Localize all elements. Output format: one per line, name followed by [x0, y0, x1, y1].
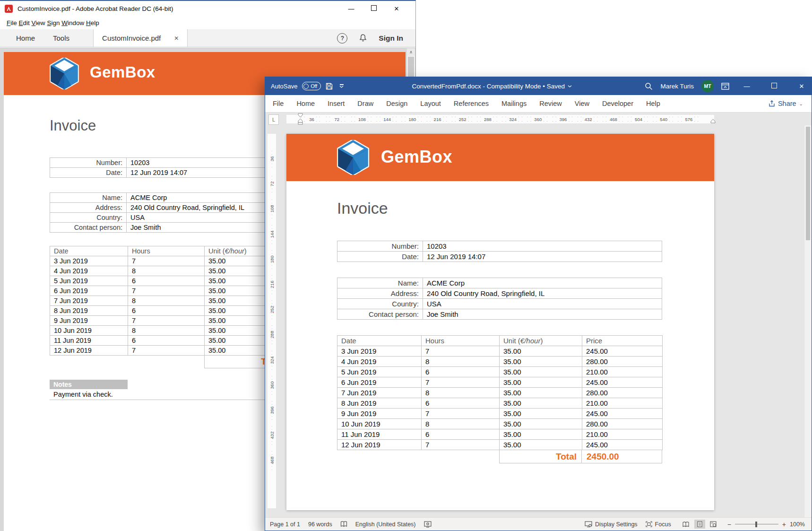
item-row: 10 Jun 2019 8 35.00 280.00 — [337, 419, 663, 429]
word-invoice-meta-table: Number:10203Date:12 Jun 2019 14:07 — [337, 241, 662, 262]
item-date: 7 Jun 2019 — [50, 296, 128, 306]
acrobat-minimize-button[interactable]: — — [340, 5, 363, 12]
save-icon[interactable] — [326, 83, 333, 90]
ribbon-tab[interactable]: Draw — [357, 100, 373, 107]
pdf-invoice-title: Invoice — [50, 117, 96, 134]
item-date: 11 Jun 2019 — [50, 336, 128, 346]
indent-markers[interactable] — [297, 113, 303, 125]
right-indent-marker[interactable] — [710, 119, 716, 123]
item-unit: 35.00 — [500, 346, 582, 357]
ruler-mark: 216 — [425, 115, 450, 123]
focus-button[interactable]: Focus — [646, 521, 671, 528]
item-unit: 35.00 — [500, 398, 582, 409]
acrobat-menu-item[interactable]: Help — [86, 19, 99, 26]
word-document-area: 3672108144180216252288324360396432468 Ge… — [265, 125, 812, 518]
item-hours: 7 — [422, 377, 500, 388]
user-name[interactable]: Marek Turis — [660, 83, 694, 90]
ribbon-tab[interactable]: File — [273, 100, 284, 107]
proofing-icon[interactable] — [340, 521, 347, 528]
item-hours: 8 — [128, 296, 205, 306]
zoom-slider-thumb[interactable] — [755, 522, 757, 527]
item-date: 8 Jun 2019 — [50, 306, 128, 316]
scrollbar-thumb[interactable] — [806, 127, 810, 240]
item-price: 280.00 — [582, 357, 663, 367]
ribbon-tab[interactable]: Help — [646, 100, 660, 107]
word-close-button[interactable]: ✕ — [792, 83, 812, 90]
item-hours: 7 — [128, 286, 205, 296]
quick-access-dropdown-icon[interactable] — [339, 84, 344, 88]
item-price: 210.00 — [582, 429, 663, 440]
scroll-up-icon[interactable]: ∧ — [407, 48, 415, 56]
zoom-level[interactable]: 100% — [790, 521, 805, 528]
saved-chevron-icon — [568, 85, 572, 87]
share-button[interactable]: Share ⌄ — [769, 100, 803, 107]
acrobat-menu-item[interactable]: View — [32, 19, 45, 26]
ribbon-tab[interactable]: Mailings — [501, 100, 527, 107]
ribbon-tab[interactable]: Insert — [328, 100, 345, 107]
help-icon[interactable]: ? — [337, 33, 347, 44]
language-indicator[interactable]: English (United States) — [355, 521, 416, 528]
print-layout-button[interactable] — [694, 520, 705, 529]
word-minimize-button[interactable]: — — [737, 83, 757, 90]
item-date: 12 Jun 2019 — [50, 346, 128, 356]
avatar[interactable]: MT — [701, 80, 714, 92]
ribbon-tab[interactable]: Review — [539, 100, 562, 107]
ruler-mark: 72 — [324, 115, 349, 123]
autosave-toggle[interactable]: Off — [302, 82, 321, 90]
ribbon-tab[interactable]: Layout — [420, 100, 441, 107]
word-vertical-scrollbar[interactable] — [804, 125, 812, 518]
ruler-mark: 36 — [268, 146, 276, 171]
word-invoice-title: Invoice — [337, 199, 388, 218]
acrobat-maximize-button[interactable] — [363, 5, 385, 12]
ribbon-display-options-icon[interactable] — [721, 83, 729, 90]
zoom-in-button[interactable]: + — [782, 521, 786, 528]
web-layout-button[interactable] — [707, 520, 719, 529]
search-icon[interactable] — [645, 82, 653, 90]
page-indicator[interactable]: Page 1 of 1 — [270, 521, 300, 528]
field-value: Joe Smith — [423, 309, 662, 320]
ribbon-tab[interactable]: References — [454, 100, 489, 107]
col-header-unit: Unit (€/hour) — [500, 336, 582, 346]
item-row: 4 Jun 2019 8 35.00 280.00 — [337, 357, 663, 367]
read-mode-button[interactable] — [679, 520, 692, 529]
bell-icon[interactable] — [359, 34, 367, 43]
item-date: 3 Jun 2019 — [337, 346, 422, 357]
acrobat-menu-item[interactable]: Edit — [19, 19, 30, 26]
acrobat-menu-item[interactable]: Window — [61, 19, 84, 26]
word-statusbar: Page 1 of 1 96 words English (United Sta… — [265, 517, 812, 531]
document-tab-label: CustomInvoice.pdf — [102, 34, 161, 42]
ribbon-tab[interactable]: Design — [386, 100, 407, 107]
acrobat-document-tab[interactable]: CustomInvoice.pdf ✕ — [93, 29, 188, 47]
acrobat-menu-item[interactable]: Sign — [47, 19, 60, 26]
item-hours: 6 — [422, 367, 500, 377]
item-date: 6 Jun 2019 — [50, 286, 128, 296]
word-count[interactable]: 96 words — [308, 521, 332, 528]
item-hours: 8 — [422, 357, 500, 367]
word-window-title: ConvertedFromPdf.docx - Compatibility Mo… — [344, 83, 640, 90]
field-label: Contact person: — [337, 309, 423, 320]
acrobat-tab-home[interactable]: Home — [14, 29, 37, 47]
acrobat-tab-tools[interactable]: Tools — [51, 29, 71, 47]
word-restore-button[interactable] — [764, 83, 784, 90]
acrobat-close-button[interactable]: ✕ — [385, 5, 408, 12]
total-label: Total — [499, 450, 582, 463]
focus-icon — [646, 521, 652, 527]
tab-selector[interactable]: L — [268, 114, 279, 125]
display-settings-button[interactable]: Display Settings — [585, 521, 638, 528]
zoom-out-button[interactable]: − — [727, 521, 731, 528]
item-price: 210.00 — [582, 367, 663, 377]
ribbon-tab[interactable]: View — [575, 100, 589, 107]
item-row: 12 Jun 2019 7 35.00 245.00 — [337, 440, 663, 450]
sign-in-button[interactable]: Sign In — [379, 34, 403, 43]
word-page[interactable]: GemBox Invoice Number:10203Date:12 Jun 2… — [286, 134, 714, 510]
macro-record-icon[interactable] — [424, 521, 432, 528]
ruler-mark: 144 — [268, 222, 276, 247]
close-tab-icon[interactable]: ✕ — [174, 35, 179, 42]
item-row: 8 Jun 2019 6 35.00 210.00 — [337, 398, 663, 409]
item-unit: 35.00 — [500, 367, 582, 377]
ribbon-tab[interactable]: Home — [296, 100, 315, 107]
acrobat-menu-item[interactable]: File — [7, 19, 17, 26]
ribbon-tab[interactable]: Developer — [602, 100, 633, 107]
zoom-slider[interactable] — [735, 521, 778, 528]
field-value: 10203 — [423, 241, 662, 252]
